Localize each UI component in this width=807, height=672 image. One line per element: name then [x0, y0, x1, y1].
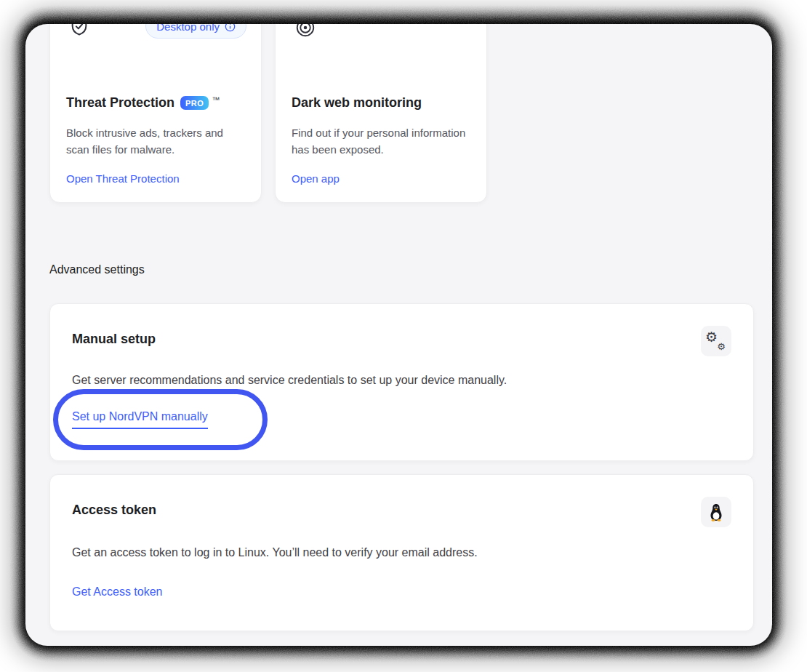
dark-web-monitoring-description: Find out if your personal information ha… — [292, 124, 467, 158]
settings-page: Desktop only Threat Protection PRO ™ Blo… — [25, 24, 772, 646]
info-icon[interactable] — [225, 24, 236, 32]
manual-setup-title: Manual setup — [72, 332, 156, 347]
open-app-link[interactable]: Open app — [292, 172, 340, 185]
concentric-circles-icon — [294, 24, 316, 41]
desktop-only-label: Desktop only — [156, 24, 220, 33]
access-token-card: Access token Get an access token to log … — [49, 474, 754, 631]
open-threat-protection-link[interactable]: Open Threat Protection — [66, 172, 180, 185]
get-access-token-link[interactable]: Get Access token — [72, 585, 163, 599]
threat-protection-description: Block intrusive ads, trackers and scan f… — [66, 124, 242, 158]
pro-badge: PRO — [180, 96, 209, 110]
manual-setup-description: Get server recommendations and service c… — [72, 372, 695, 389]
advanced-settings-heading: Advanced settings — [49, 263, 145, 276]
manual-setup-icon-chip: ⚙ ⚙ — [701, 326, 731, 356]
trademark-symbol: ™ — [212, 95, 220, 104]
access-token-description: Get an access token to log in to Linux. … — [72, 544, 695, 561]
title-text: Threat Protection — [66, 95, 174, 111]
shield-check-icon — [69, 24, 89, 40]
dark-web-monitoring-card: Dark web monitoring Find out if your per… — [275, 24, 487, 203]
title-text: Dark web monitoring — [292, 95, 422, 111]
manual-setup-card: Manual setup ⚙ ⚙ Get server recommendati… — [49, 303, 754, 461]
threat-protection-title: Threat Protection PRO ™ — [66, 95, 220, 111]
dark-web-monitoring-title: Dark web monitoring — [292, 95, 422, 111]
desktop-only-badge[interactable]: Desktop only — [145, 24, 246, 39]
access-token-title: Access token — [72, 503, 156, 518]
set-up-nordvpn-manually-link[interactable]: Set up NordVPN manually — [72, 410, 208, 429]
gears-icon: ⚙ ⚙ — [705, 330, 727, 352]
threat-protection-card: Desktop only Threat Protection PRO ™ Blo… — [49, 24, 262, 203]
access-token-icon-chip — [701, 497, 731, 527]
linux-penguin-icon — [708, 503, 724, 522]
